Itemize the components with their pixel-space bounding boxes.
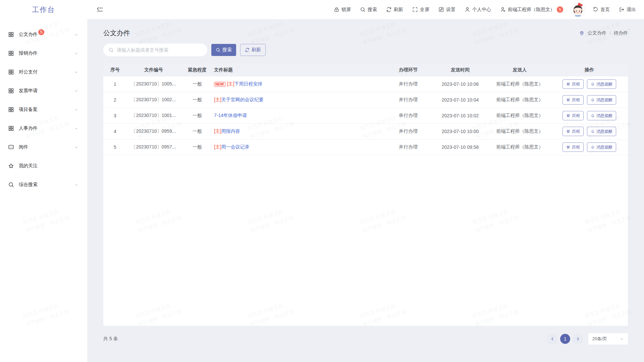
search-input[interactable] [117, 47, 202, 53]
chevron-down-icon [74, 183, 78, 187]
notify-button-label: 消息提醒 [596, 129, 612, 134]
header-user[interactable]: 前端工程师（陈思文）5 [500, 6, 563, 13]
notify-button[interactable]: 消息提醒 [587, 95, 616, 105]
bell-icon [591, 98, 595, 102]
document-title-link[interactable]: 关于官网的会议纪要 [221, 97, 264, 103]
history-button[interactable]: 历程 [562, 111, 584, 120]
sliders-icon [566, 145, 570, 149]
cell-title: [主]周一会议记录 [214, 144, 385, 150]
document-title-link[interactable]: 周一会议记录 [221, 144, 250, 150]
sidebar-item-label: 我的关注 [19, 163, 38, 169]
history-button[interactable]: 历程 [562, 79, 584, 89]
document-title-link[interactable]: 7-14年休假申请 [214, 113, 247, 119]
cell-actions: 历程消息提醒 [551, 111, 628, 120]
document-title-link[interactable]: 周报内容 [221, 128, 240, 134]
notify-button[interactable]: 消息提醒 [587, 142, 616, 152]
history-button[interactable]: 历程 [562, 95, 584, 105]
notification-badge: 5 [557, 6, 563, 13]
sliders-icon [566, 98, 570, 102]
logout-icon [619, 7, 625, 12]
column-header-5: 发送时间 [432, 67, 489, 73]
sidebar-item-3[interactable]: 发票申请 [0, 81, 87, 100]
sidebar-item-4[interactable]: 项目备案 [0, 100, 87, 119]
table-row: 3〔20230710〕1001...一般7-14年休假申请串行办理2023-07… [103, 108, 628, 124]
header-action-2[interactable]: 刷新 [386, 7, 403, 13]
page-size-select[interactable]: 20条/页 [588, 333, 628, 345]
cell-index: 2 [103, 97, 127, 103]
sidebar-item-5[interactable]: 人事办件 [0, 119, 87, 138]
topbar: 锁屏搜索刷新全屏设置个人中心前端工程师（陈思文）5首页退出 [87, 0, 644, 19]
cell-urgency: 一般 [180, 144, 214, 150]
header-action-4[interactable]: 设置 [438, 7, 455, 13]
cell-title: [主]关于官网的会议纪要 [214, 97, 385, 103]
sidebar-item-7[interactable]: 我的关注 [0, 157, 87, 175]
cell-urgency: 一般 [180, 97, 214, 103]
search-button[interactable]: 搜索 [211, 44, 236, 56]
column-header-4: 办理环节 [385, 67, 432, 73]
history-button-label: 历程 [572, 97, 580, 103]
sidebar-item-8[interactable]: 综合搜索 [0, 175, 87, 194]
sidebar-item-label: 项目备案 [19, 107, 38, 113]
cell-step: 串行办理 [385, 113, 432, 119]
sliders-icon [566, 129, 570, 133]
document-title-link[interactable]: 下周日程安排 [234, 81, 262, 87]
header-user-name: 前端工程师（陈思文） [508, 7, 555, 13]
cell-step: 并行办理 [385, 81, 432, 87]
search-icon [108, 47, 114, 53]
notify-button-label: 消息提醒 [596, 113, 612, 119]
header-action-1[interactable]: 搜索 [360, 7, 377, 13]
refresh-button[interactable]: 刷新 [240, 44, 266, 56]
history-button[interactable]: 历程 [562, 142, 584, 152]
notify-button[interactable]: 消息提醒 [587, 79, 616, 89]
header-action-5[interactable]: 个人中心 [465, 7, 491, 13]
chevron-down-icon [620, 337, 624, 341]
cell-index: 1 [103, 81, 127, 87]
logout-button[interactable]: 退出 [619, 7, 636, 13]
user-switch-icon [500, 7, 506, 12]
search-box [103, 44, 207, 56]
cell-doc-number: 〔20230710〕0957... [127, 144, 180, 150]
cell-doc-number: 〔20230710〕1005... [127, 81, 180, 87]
search-icon [360, 7, 366, 12]
table-header-row: 序号文件编号紧急程度文件标题办理环节发送时间发送人操作 [103, 64, 628, 76]
header-action-label: 锁屏 [341, 7, 351, 13]
column-header-0: 序号 [103, 67, 127, 73]
history-button[interactable]: 历程 [562, 127, 584, 136]
cell-sender: 前端工程师（陈思文） [489, 113, 551, 119]
sliders-icon [566, 82, 570, 86]
main-doc-tag: [主] [214, 144, 221, 150]
main-doc-tag: [主] [214, 128, 221, 134]
cell-title: NEW![主]下周日程安排 [214, 81, 385, 87]
user-avatar[interactable] [570, 2, 586, 17]
page-number-1[interactable]: 1 [560, 334, 570, 344]
lock-icon [334, 7, 339, 12]
next-page-button[interactable] [573, 334, 583, 344]
cell-send-time: 2023-07-10 10:06 [432, 81, 489, 87]
history-button-label: 历程 [572, 144, 580, 150]
search-icon [216, 48, 220, 52]
new-badge: NEW! [214, 82, 226, 87]
sidebar-nav: 公文办件5报销办件对公支付发票申请项目备案人事办件阅件我的关注综合搜索 [0, 19, 87, 194]
cell-step: 并行办理 [385, 128, 432, 134]
menu-fold-icon[interactable] [97, 6, 103, 13]
header-action-0[interactable]: 锁屏 [334, 7, 351, 13]
header-action-3[interactable]: 全屏 [412, 7, 429, 13]
notify-button[interactable]: 消息提醒 [587, 111, 616, 120]
grid-icon [8, 69, 14, 75]
cell-sender: 前端工程师（陈思文） [489, 144, 551, 150]
notify-button[interactable]: 消息提醒 [587, 127, 616, 136]
sidebar-item-6[interactable]: 阅件 [0, 138, 87, 157]
home-button[interactable]: 首页 [593, 7, 610, 13]
breadcrumb-item-current: 待办件 [614, 30, 628, 36]
cell-title: [主]周报内容 [214, 128, 385, 134]
sidebar-item-label: 对公支付 [19, 69, 38, 75]
sidebar-item-2[interactable]: 对公支付 [0, 63, 87, 81]
sidebar-item-1[interactable]: 报销办件 [0, 44, 87, 63]
prev-page-button[interactable] [547, 334, 557, 344]
breadcrumb-item-root[interactable]: 公文办件 [588, 30, 606, 36]
cell-index: 4 [103, 129, 127, 134]
sidebar-item-0[interactable]: 公文办件5 [0, 25, 87, 44]
sidebar-item-label: 阅件 [19, 144, 28, 150]
breadcrumb: 公文办件 / 待办件 [579, 30, 628, 36]
cell-send-time: 2023-07-10 10:00 [432, 129, 489, 134]
